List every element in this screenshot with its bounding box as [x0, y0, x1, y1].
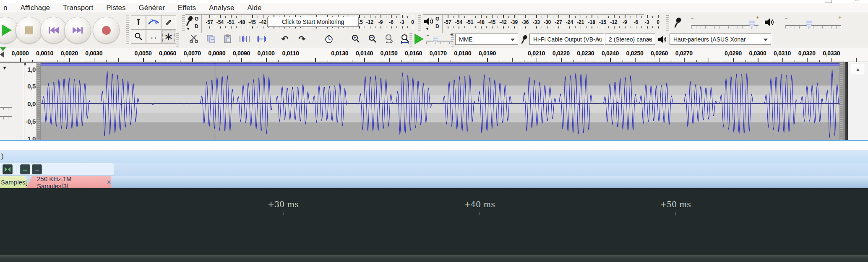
chevron-down-icon — [764, 39, 768, 41]
ruler-major-tick — [659, 58, 660, 62]
track-gain-slider[interactable] — [0, 107, 12, 108]
tools-toolbar-grabber[interactable] — [126, 16, 129, 45]
waveform-region[interactable] — [41, 63, 839, 140]
time-shift-tool-button[interactable]: ↔ — [146, 29, 161, 44]
meter-scale-label: 0 — [657, 19, 659, 25]
play-meter[interactable]: ▼ G D -57-54-51-48-45-42-39-36-33-30-27-… — [423, 14, 664, 33]
tab-samples[interactable]: Samples[... — [0, 176, 29, 188]
audio-host-select[interactable]: MME — [455, 34, 518, 45]
ruler-minor-tick — [82, 60, 82, 62]
ruler-minor-tick — [672, 60, 672, 62]
selection-tool-button[interactable]: I — [131, 15, 146, 29]
meter-major-tick — [647, 15, 648, 18]
meter-major-tick — [636, 26, 637, 29]
fit-selection-button[interactable] — [383, 33, 396, 45]
scroll-up-button[interactable]: ▲ — [851, 64, 865, 74]
meter-minor-tick — [586, 26, 586, 28]
menu-item-clipped[interactable]: n — [3, 3, 8, 13]
track-pan-slider[interactable] — [0, 116, 12, 117]
zoom-tool-button[interactable] — [131, 29, 146, 44]
ruler-major-tick — [487, 58, 488, 62]
tab-close-icon[interactable]: × — [107, 179, 111, 186]
meter-mid-line — [423, 14, 644, 15]
silence-audio-button[interactable] — [255, 33, 268, 45]
recording-device-select[interactable]: Hi-Fi Cable Output (VB-Au — [529, 34, 604, 45]
sync-lock-button[interactable] — [323, 33, 335, 45]
undo-button[interactable]: ↶ — [279, 33, 291, 45]
meter-minor-tick — [396, 26, 397, 28]
meter-minor-tick — [375, 16, 375, 18]
window-maximize-button[interactable] — [825, 0, 832, 3]
speed-slider[interactable] — [426, 41, 453, 42]
menu-item-effets[interactable]: Effets — [177, 3, 197, 13]
skip-end-button[interactable] — [64, 17, 91, 44]
edit-toolbar-grabber[interactable] — [176, 33, 179, 47]
play-at-speed-grabber[interactable] — [409, 33, 412, 47]
vertical-scrollbar[interactable]: ▲ — [848, 62, 868, 140]
signal-view[interactable]: +30 ms↓+40 ms↓+50 ms↓ — [0, 188, 868, 262]
speed-slider-ticks — [426, 42, 454, 44]
meter-major-tick — [481, 15, 482, 18]
meter-scale-label: -54 — [216, 19, 224, 25]
meter-major-tick — [569, 15, 570, 18]
menu-item-aide[interactable]: Aide — [246, 3, 262, 13]
clock-icon — [324, 34, 334, 44]
ruler-minor-tick — [647, 60, 647, 62]
meter-major-tick — [381, 15, 381, 18]
multi-tool-button[interactable]: ∗ — [161, 29, 176, 44]
play-at-speed-button[interactable] — [414, 34, 424, 44]
play-meter-grabber[interactable] — [418, 15, 421, 32]
tab-250khz-active[interactable]: 250 KHz,1M Samples[3] × — [26, 176, 111, 188]
redo-icon: ↷ — [299, 34, 306, 44]
ruler-label: 0,0070 — [184, 50, 201, 57]
microphone-icon — [521, 34, 528, 45]
device-toolbar-grabber[interactable] — [451, 33, 454, 47]
mixer-grabber[interactable] — [666, 15, 669, 32]
ruler-left-arrow-icon[interactable] — [0, 51, 4, 58]
envelope-tool-button[interactable] — [146, 15, 161, 29]
meter-scale-label: -57 — [206, 19, 213, 25]
meter-minor-tick — [475, 16, 476, 18]
track-grabber[interactable] — [37, 63, 40, 140]
track-right-grabber[interactable] — [840, 63, 843, 140]
record-volume-slider[interactable] — [691, 25, 759, 26]
recording-channels-select[interactable]: 2 (Stereo) canau — [605, 34, 655, 45]
track-vertical-ruler[interactable]: 1,00,50,0-0,51,0 — [24, 63, 37, 140]
playhead-icon[interactable] — [0, 47, 6, 51]
trim-audio-button[interactable] — [238, 33, 251, 45]
paste-button[interactable] — [222, 33, 234, 45]
back-button[interactable]: ← — [20, 164, 30, 174]
menu-item-pistes[interactable]: Pistes — [105, 3, 126, 13]
zoom-in-button[interactable] — [349, 33, 362, 45]
record-meter-grabber[interactable] — [182, 15, 185, 32]
forward-button[interactable]: → — [32, 164, 42, 174]
zoom-out-button[interactable] — [366, 33, 379, 45]
record-button[interactable] — [93, 17, 120, 44]
menu-item-transport[interactable]: Transport — [62, 3, 94, 13]
fit-view-button[interactable] — [3, 164, 13, 174]
draw-tool-button[interactable] — [161, 15, 176, 29]
magnifier-icon — [134, 32, 143, 41]
timeline-ruler[interactable]: 0,00000,00100,00200,00300,00500,00600,00… — [0, 47, 868, 62]
meter-scale-label: -48 — [477, 19, 485, 25]
meter-scale-label: -36 — [521, 19, 529, 25]
stop-button[interactable] — [16, 17, 42, 44]
track-gain-ticks — [0, 108, 12, 110]
ruler-label: 0,0190 — [479, 50, 496, 57]
copy-button[interactable] — [205, 33, 217, 45]
meter-major-tick — [558, 26, 559, 29]
playback-device-select[interactable]: Haut-parleurs (ASUS Xonar — [670, 34, 771, 45]
track-menu-icon[interactable]: ▼ — [2, 65, 7, 71]
ruler-label: 0,0290 — [725, 50, 742, 57]
window-close-button[interactable]: × — [854, 0, 861, 3]
meter-major-tick — [381, 26, 381, 29]
play-volume-slider[interactable] — [785, 25, 841, 26]
cut-button[interactable] — [188, 33, 201, 45]
ruler-major-tick — [512, 58, 513, 62]
menu-item-generer[interactable]: Générer — [138, 3, 165, 13]
redo-button[interactable]: ↷ — [296, 33, 308, 45]
menu-item-analyse[interactable]: Analyse — [208, 3, 235, 13]
window-close-icon: × — [855, 0, 859, 3]
menu-item-affichage[interactable]: Affichage — [19, 3, 51, 13]
skip-start-button[interactable] — [40, 17, 67, 44]
